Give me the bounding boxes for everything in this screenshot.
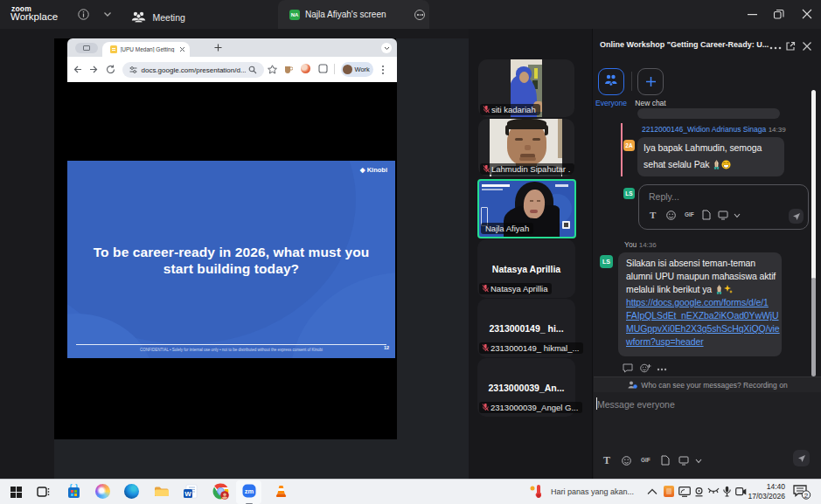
svg-text:2: 2 bbox=[804, 492, 809, 500]
svg-text:zm: zm bbox=[245, 487, 254, 495]
svg-text:W: W bbox=[184, 490, 191, 498]
